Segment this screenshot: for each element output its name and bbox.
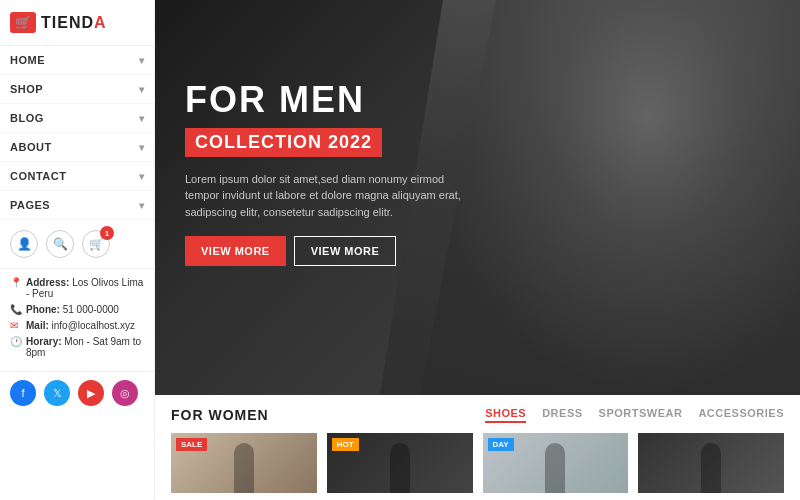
- action-icons: 👤 🔍 🛒 1: [0, 220, 154, 269]
- search-icon: 🔍: [53, 237, 68, 251]
- hero-view-more-button-2[interactable]: VIEW MORE: [294, 236, 397, 266]
- hero-content: FOR MEN COLLECTION 2022 Lorem ipsum dolo…: [185, 80, 465, 266]
- chevron-icon: ▾: [139, 142, 145, 153]
- hot-badge: HOT: [332, 438, 359, 451]
- youtube-button[interactable]: ▶: [78, 380, 104, 406]
- logo-icon: 🛒: [10, 12, 36, 33]
- product-image-1: [234, 443, 254, 493]
- logo[interactable]: 🛒 TIENDA: [0, 0, 154, 46]
- hero-buttons: VIEW MORE VIEW MORE: [185, 236, 465, 266]
- cart-icon: 🛒: [89, 237, 104, 251]
- product-image-4: [701, 443, 721, 493]
- women-header: FOR WOMEN SHOES DRESS SPORTSWEAR ACCESSO…: [171, 407, 784, 423]
- nav-blog[interactable]: BLOG ▾: [0, 104, 154, 133]
- address-icon: 📍: [10, 277, 22, 288]
- phone-icon: 📞: [10, 304, 22, 315]
- tab-accessories[interactable]: ACCESSORIES: [698, 407, 784, 423]
- search-button[interactable]: 🔍: [46, 230, 74, 258]
- user-icon: 👤: [17, 237, 32, 251]
- product-grid: SALE HOT DAY: [171, 433, 784, 493]
- product-card-1[interactable]: SALE: [171, 433, 317, 493]
- user-icon-button[interactable]: 👤: [10, 230, 38, 258]
- hero-description: Lorem ipsum dolor sit amet,sed diam nonu…: [185, 171, 465, 221]
- nav-pages[interactable]: PAGES ▾: [0, 191, 154, 220]
- nav-shop[interactable]: SHOP ▾: [0, 75, 154, 104]
- chevron-icon: ▾: [139, 55, 145, 66]
- hero-section: FOR MEN COLLECTION 2022 Lorem ipsum dolo…: [155, 0, 800, 395]
- chevron-icon: ▾: [139, 200, 145, 211]
- product-image-3: [545, 443, 565, 493]
- instagram-button[interactable]: ◎: [112, 380, 138, 406]
- facebook-button[interactable]: f: [10, 380, 36, 406]
- nav-about[interactable]: ABOUT ▾: [0, 133, 154, 162]
- mail-icon: ✉: [10, 320, 22, 331]
- chevron-icon: ▾: [139, 171, 145, 182]
- social-icons: f 𝕏 ▶ ◎: [0, 372, 154, 414]
- chevron-icon: ▾: [139, 113, 145, 124]
- clock-icon: 🕐: [10, 336, 22, 347]
- tab-dress[interactable]: DRESS: [542, 407, 582, 423]
- product-card-2[interactable]: HOT: [327, 433, 473, 493]
- product-image-2: [390, 443, 410, 493]
- tab-shoes[interactable]: SHOES: [485, 407, 526, 423]
- cart-button[interactable]: 🛒 1: [82, 230, 110, 258]
- day-badge: DAY: [488, 438, 514, 451]
- contact-info: 📍 Address: Los Olivos Lima - Peru 📞 Phon…: [0, 269, 154, 372]
- women-tabs: SHOES DRESS SPORTSWEAR ACCESSORIES: [485, 407, 784, 423]
- hero-title: FOR MEN: [185, 80, 465, 120]
- women-section: FOR WOMEN SHOES DRESS SPORTSWEAR ACCESSO…: [155, 395, 800, 500]
- chevron-icon: ▾: [139, 84, 145, 95]
- hero-badge: COLLECTION 2022: [185, 128, 382, 157]
- sale-badge: SALE: [176, 438, 207, 451]
- nav-contact[interactable]: CONTACT ▾: [0, 162, 154, 191]
- product-card-4[interactable]: [638, 433, 784, 493]
- sidebar: 🛒 TIENDA HOME ▾ SHOP ▾ BLOG ▾ ABOUT ▾ CO…: [0, 0, 155, 500]
- women-title: FOR WOMEN: [171, 407, 269, 423]
- nav-home[interactable]: HOME ▾: [0, 46, 154, 75]
- hero-view-more-button-1[interactable]: VIEW MORE: [185, 236, 286, 266]
- logo-text: TIENDA: [41, 14, 107, 32]
- main-content: FOR MEN COLLECTION 2022 Lorem ipsum dolo…: [155, 0, 800, 500]
- tab-sportswear[interactable]: SPORTSWEAR: [599, 407, 683, 423]
- cart-badge: 1: [100, 226, 114, 240]
- twitter-button[interactable]: 𝕏: [44, 380, 70, 406]
- product-card-3[interactable]: DAY: [483, 433, 629, 493]
